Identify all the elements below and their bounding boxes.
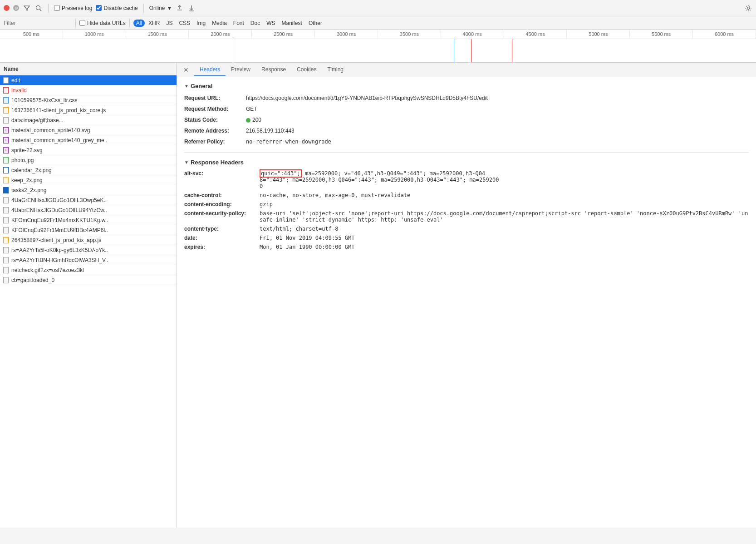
request-item[interactable]: rs=AA2YrTs5l-oK0kp-gy6L3xK5LV-oYk.. xyxy=(0,245,177,255)
settings-icon[interactable] xyxy=(744,4,752,12)
request-type-icon-inner xyxy=(3,97,9,104)
request-type-icon-inner xyxy=(3,257,9,263)
request-item[interactable]: imaterial_common_sprite140.svg xyxy=(0,125,177,135)
timeline-marker-blue-1 xyxy=(233,39,233,63)
request-type-icon-inner xyxy=(3,77,9,84)
request-type-icon-inner xyxy=(3,157,9,163)
request-name: rs=AA2YrTtBN-HGmhRqcOlWA3SH_V.. xyxy=(11,257,174,263)
request-type-icon-inner xyxy=(3,247,9,253)
request-type-icon xyxy=(3,177,9,183)
preserve-log-checkbox[interactable] xyxy=(54,5,60,11)
filter-type-font[interactable]: Font xyxy=(231,20,247,27)
timeline-tick: 4500 ms xyxy=(504,30,567,39)
request-item[interactable]: photo.jpg xyxy=(0,155,177,165)
request-item[interactable]: KFOmCnqEu92Fr1Mu4mxKKTU1Kg.w.. xyxy=(0,215,177,225)
request-type-icon-inner: i xyxy=(3,137,9,143)
date-label: date: xyxy=(184,235,257,241)
request-name: 1010599575-KixCss_ltr.css xyxy=(11,97,174,104)
main-area: Name editinvalid1010599575-KixCss_ltr.cs… xyxy=(0,63,756,528)
request-type-icon xyxy=(3,267,9,273)
content-encoding-label: content-encoding: xyxy=(184,201,257,208)
quic-highlight: quic=":443"; xyxy=(260,169,302,178)
content-security-policy-value: base-uri 'self';object-src 'none';report… xyxy=(260,210,749,223)
request-item[interactable]: 1637366141-client_js_prod_kix_core.js xyxy=(0,105,177,115)
requests-list: editinvalid1010599575-KixCss_ltr.css1637… xyxy=(0,75,177,285)
filter-type-js[interactable]: JS xyxy=(163,20,175,27)
request-name: rs=AA2YrTs5l-oK0kp-gy6L3xK5LV-oYk.. xyxy=(11,247,174,253)
filter-type-img[interactable]: Img xyxy=(194,20,208,27)
filter-input[interactable] xyxy=(4,20,72,26)
request-type-icon xyxy=(3,167,9,173)
filter-bar: Hide data URLs AllXHRJSCSSImgMediaFontDo… xyxy=(0,16,756,30)
request-item[interactable]: edit xyxy=(0,75,177,85)
request-item[interactable]: cb=gapi.loaded_0 xyxy=(0,275,177,285)
request-type-icon-inner xyxy=(3,197,9,203)
tab-cookies[interactable]: Cookies xyxy=(291,64,322,76)
filter-icon[interactable] xyxy=(23,4,31,12)
tab-preview[interactable]: Preview xyxy=(226,64,256,76)
request-item[interactable]: KFOlCnqEu92Fr1MmEU9fBBc4AMP6l.. xyxy=(0,225,177,235)
request-item[interactable]: tasks2_2x.png xyxy=(0,185,177,195)
cache-control-label: cache-control: xyxy=(184,192,257,198)
request-item[interactable]: 4UabrENHsxJlGDuGo1OlILU94YtzCw.. xyxy=(0,205,177,215)
filter-type-css[interactable]: CSS xyxy=(176,20,193,27)
dropdown-arrow-icon: ▼ xyxy=(167,5,172,11)
request-type-icon-inner xyxy=(3,217,9,223)
tab-close-button[interactable]: ✕ xyxy=(181,66,191,74)
request-name: KFOlCnqEu92Fr1MmEU9fBBc4AMP6l.. xyxy=(11,227,174,233)
clear-button[interactable]: ⊘ xyxy=(13,5,19,11)
remote-address-row: Remote Address: 216.58.199.110:443 xyxy=(184,127,749,135)
request-item[interactable]: netcheck.gif?zx=osf7ezoez3kl xyxy=(0,265,177,275)
disable-cache-group: Disable cache xyxy=(96,5,137,11)
timeline-tick: 500 ms xyxy=(0,30,63,39)
network-throttle-select[interactable]: Online ▼ xyxy=(149,5,172,11)
request-item[interactable]: 1010599575-KixCss_ltr.css xyxy=(0,95,177,105)
general-section-title: General xyxy=(191,83,212,89)
filter-type-manifest[interactable]: Manifest xyxy=(279,20,305,27)
filter-type-doc[interactable]: Doc xyxy=(248,20,263,27)
request-item[interactable]: keep_2x.png xyxy=(0,175,177,185)
request-item[interactable]: 4UaGrENHsxJlGDuGo1OlIL3Owp5eK.. xyxy=(0,195,177,205)
request-item[interactable]: 264358897-client_js_prod_kix_app.js xyxy=(0,235,177,245)
filter-type-all[interactable]: All xyxy=(133,20,145,27)
request-name: KFOmCnqEu92Fr1Mu4mxKKTU1Kg.w.. xyxy=(11,217,174,223)
request-name: sprite-22.svg xyxy=(11,147,174,153)
request-type-icon-inner: i xyxy=(3,127,9,134)
timeline-tick: 4000 ms xyxy=(441,30,504,39)
filter-type-other[interactable]: Other xyxy=(306,20,325,27)
general-section-header[interactable]: ▼ General xyxy=(184,83,749,89)
request-item[interactable]: rs=AA2YrTtBN-HGmhRqcOlWA3SH_V.. xyxy=(0,255,177,265)
alt-svc-label: alt-svc: xyxy=(184,170,257,189)
request-item[interactable]: isprite-22.svg xyxy=(0,145,177,155)
filter-type-media[interactable]: Media xyxy=(209,20,230,27)
request-item[interactable]: invalid xyxy=(0,85,177,95)
tab-headers[interactable]: Headers xyxy=(194,64,226,76)
requests-header: Name xyxy=(0,63,177,75)
content-security-policy-label: content-security-policy: xyxy=(184,210,257,223)
request-item[interactable]: calendar_2x.png xyxy=(0,165,177,175)
request-type-icon xyxy=(3,217,9,223)
filter-type-ws[interactable]: WS xyxy=(264,20,278,27)
timeline-tick: 2000 ms xyxy=(189,30,252,39)
status-dot-green xyxy=(246,118,250,123)
download-icon[interactable] xyxy=(187,4,196,12)
content-encoding-row: content-encoding: gzip xyxy=(184,201,749,208)
request-type-icon xyxy=(3,227,9,233)
request-item[interactable]: data:image/gif;base... xyxy=(0,115,177,125)
hide-data-urls-label: Hide data URLs xyxy=(87,20,126,26)
record-button[interactable] xyxy=(4,5,10,11)
tab-response[interactable]: Response xyxy=(256,64,291,76)
search-icon[interactable] xyxy=(34,4,43,12)
response-headers-section-header[interactable]: ▼ Response Headers xyxy=(184,159,749,166)
upload-icon[interactable] xyxy=(176,4,184,12)
filter-type-xhr[interactable]: XHR xyxy=(146,20,162,27)
tab-timing[interactable]: Timing xyxy=(322,64,349,76)
alt-svc-row: alt-svc: quic=":443"; ma=2592000; v="46,… xyxy=(184,170,749,189)
request-name: cb=gapi.loaded_0 xyxy=(11,277,174,283)
hide-data-urls-checkbox[interactable] xyxy=(79,20,85,26)
disable-cache-checkbox[interactable] xyxy=(96,5,102,11)
content-encoding-value: gzip xyxy=(260,201,273,208)
request-url-value: https://docs.google.com/document/d/1gY9-… xyxy=(246,94,488,102)
request-item[interactable]: imaterial_common_sprite140_grey_me.. xyxy=(0,135,177,145)
requests-panel: Name editinvalid1010599575-KixCss_ltr.cs… xyxy=(0,63,177,528)
